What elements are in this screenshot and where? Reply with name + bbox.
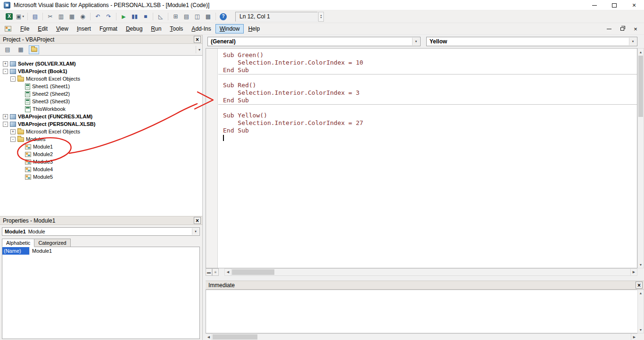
- maximize-button[interactable]: [604, 0, 624, 10]
- view-excel-button[interactable]: X: [4, 11, 15, 22]
- code-vertical-scrollbar[interactable]: ▲ ▼: [637, 48, 644, 268]
- immediate-input-area[interactable]: [206, 290, 637, 333]
- object-selector[interactable]: Module1 Module ▾: [2, 227, 200, 236]
- code-line-10[interactable]: Selection.Interior.ColorIndex = 27: [218, 119, 637, 127]
- property-value-cell[interactable]: Module1: [29, 247, 199, 255]
- scroll-right-icon[interactable]: ▶: [631, 334, 637, 340]
- immediate-horizontal-scrollbar[interactable]: ◀ ▶: [206, 333, 637, 340]
- menu-format[interactable]: Format: [95, 24, 122, 33]
- code-editor[interactable]: Sub Green() Selection.Interior.ColorInde…: [206, 48, 637, 268]
- code-line-3[interactable]: End Sub: [218, 66, 637, 74]
- tree-item-sheet2-sheet2[interactable]: Sheet2 (Sheet2): [0, 90, 202, 98]
- code-line-2[interactable]: Selection.Interior.ColorIndex = 10: [218, 59, 637, 66]
- collapse-icon[interactable]: -: [10, 76, 16, 82]
- close-button[interactable]: ×: [624, 0, 644, 10]
- property-name-cell[interactable]: (Name): [2, 247, 29, 255]
- scroll-up-icon[interactable]: ▲: [638, 290, 644, 296]
- chevron-down-icon[interactable]: ▾: [192, 228, 199, 235]
- collapse-icon[interactable]: -: [3, 69, 8, 74]
- run-button[interactable]: ▶: [118, 11, 129, 22]
- scroll-down-icon[interactable]: ▼: [638, 261, 644, 268]
- expand-icon[interactable]: +: [10, 129, 16, 134]
- menu-insert[interactable]: Insert: [73, 24, 95, 33]
- properties-close-button[interactable]: ×: [194, 217, 201, 224]
- horizontal-scrollbar-thumb[interactable]: [232, 269, 274, 275]
- code-line-11[interactable]: End Sub: [218, 127, 637, 134]
- mdi-minimize-button[interactable]: [604, 24, 614, 33]
- insert-userform-button[interactable]: ▣▾: [15, 11, 25, 22]
- procedure-dropdown[interactable]: Yellow ▾: [426, 37, 637, 46]
- tree-item-thisworkbook[interactable]: ThisWorkbook: [0, 105, 202, 113]
- tree-item-module4[interactable]: Module4: [0, 166, 202, 173]
- menu-view[interactable]: View: [52, 24, 73, 33]
- code-line-12[interactable]: [218, 134, 637, 142]
- code-line-4[interactable]: [218, 74, 637, 82]
- tree-item-sheet3-sheet3[interactable]: Sheet3 (Sheet3): [0, 98, 202, 105]
- immediate-close-button[interactable]: ×: [636, 282, 643, 289]
- menu-window[interactable]: Window: [215, 24, 244, 33]
- menu-edit[interactable]: Edit: [33, 24, 52, 33]
- reset-button[interactable]: ■: [140, 11, 151, 22]
- menu-add-ins[interactable]: Add-Ins: [187, 24, 215, 33]
- code-line-1[interactable]: Sub Green(): [218, 51, 637, 59]
- menu-tools[interactable]: Tools: [165, 24, 187, 33]
- chevron-down-icon[interactable]: ▾: [412, 38, 420, 45]
- procedure-view-button[interactable]: ▬: [206, 268, 212, 276]
- tree-item-sheet1-sheet1[interactable]: Sheet1 (Sheet1): [0, 83, 202, 90]
- cut-button[interactable]: ✂: [45, 11, 56, 22]
- menu-help[interactable]: Help: [244, 24, 264, 33]
- tree-item-solver-solver-xlam[interactable]: +Solver (SOLVER.XLAM): [0, 60, 202, 67]
- collapse-icon[interactable]: -: [3, 122, 8, 127]
- menu-run[interactable]: Run: [147, 24, 165, 33]
- code-line-9[interactable]: Sub Yellow(): [218, 112, 637, 119]
- code-line-6[interactable]: Selection.Interior.ColorIndex = 3: [218, 89, 637, 97]
- document-icon[interactable]: [5, 26, 11, 32]
- full-module-view-button[interactable]: ≡: [212, 268, 219, 276]
- scroll-down-icon[interactable]: ▼: [638, 327, 644, 333]
- tree-item-module2[interactable]: Module2: [0, 150, 202, 158]
- find-button[interactable]: ◉: [77, 11, 88, 22]
- toolbox-button[interactable]: ▩: [203, 11, 214, 22]
- horizontal-scrollbar-thumb[interactable]: [213, 334, 257, 340]
- help-button[interactable]: ?: [218, 11, 229, 22]
- tree-item-vbaproject-book1[interactable]: -VBAProject (Book1): [0, 67, 202, 75]
- vertical-scrollbar-thumb[interactable]: [638, 56, 643, 117]
- immediate-vertical-scrollbar[interactable]: ▲ ▼: [637, 290, 644, 333]
- object-dropdown[interactable]: (General) ▾: [207, 37, 421, 46]
- view-object-button[interactable]: ▦: [16, 45, 26, 54]
- scroll-right-icon[interactable]: ▶: [630, 269, 637, 275]
- tree-item-modules[interactable]: -Modules: [0, 135, 202, 143]
- undo-button[interactable]: ↶: [92, 11, 103, 22]
- scroll-up-icon[interactable]: ▲: [638, 49, 644, 55]
- project-toolbar-overflow[interactable]: ▾: [196, 46, 200, 53]
- tree-item-vbaproject-personal-xlsb[interactable]: -VBAProject (PERSONAL.XLSB): [0, 120, 202, 128]
- properties-window-button[interactable]: ▤: [181, 11, 192, 22]
- copy-button[interactable]: ▥: [56, 11, 66, 22]
- break-button[interactable]: ▮▮: [129, 11, 140, 22]
- code-horizontal-scrollbar[interactable]: ◀ ▶: [224, 268, 637, 276]
- tree-item-microsoft-excel-objects[interactable]: -Microsoft Excel Objects: [0, 75, 202, 83]
- expand-icon[interactable]: +: [3, 114, 8, 119]
- expand-icon[interactable]: +: [3, 61, 8, 66]
- redo-button[interactable]: ↷: [103, 11, 114, 22]
- project-close-button[interactable]: ×: [194, 36, 201, 43]
- toolbar-overflow[interactable]: ▴▾: [318, 12, 324, 22]
- menu-debug[interactable]: Debug: [122, 24, 147, 33]
- margin-indicator-bar[interactable]: [206, 49, 218, 268]
- tree-item-module1[interactable]: Module1: [0, 143, 202, 150]
- tree-item-microsoft-excel-objects[interactable]: +Microsoft Excel Objects: [0, 128, 202, 135]
- tab-alphabetic[interactable]: Alphabetic: [2, 239, 34, 247]
- scroll-left-icon[interactable]: ◀: [225, 269, 231, 275]
- menu-file[interactable]: File: [16, 24, 33, 33]
- code-line-5[interactable]: Sub Red(): [218, 82, 637, 89]
- code-line-7[interactable]: End Sub: [218, 97, 637, 104]
- design-mode-button[interactable]: ◺: [155, 11, 166, 22]
- minimize-button[interactable]: [585, 0, 604, 10]
- object-browser-button[interactable]: ◫: [192, 11, 203, 22]
- collapse-icon[interactable]: -: [10, 137, 16, 142]
- tree-item-module5[interactable]: Module5: [0, 173, 202, 181]
- mdi-close-button[interactable]: ×: [631, 24, 640, 33]
- paste-button[interactable]: ▦: [66, 11, 77, 22]
- tree-item-module3[interactable]: Module3: [0, 158, 202, 166]
- tab-categorized[interactable]: Categorized: [34, 239, 70, 247]
